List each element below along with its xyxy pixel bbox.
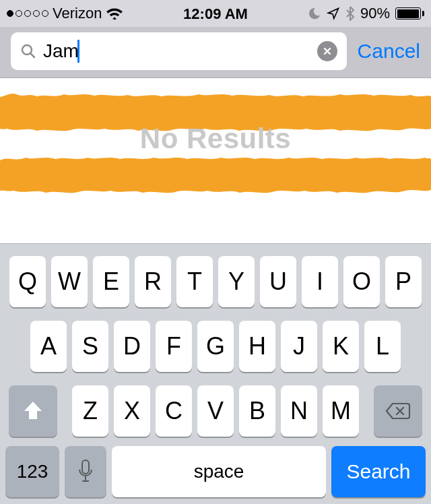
key-d[interactable]: D [114, 321, 150, 372]
key-s[interactable]: S [72, 321, 108, 372]
symbols-key[interactable]: 123 [5, 446, 59, 497]
key-n[interactable]: N [281, 385, 317, 437]
clear-search-button[interactable] [317, 41, 337, 61]
carrier-label: Verizon [53, 5, 102, 22]
status-right: 90% [308, 5, 424, 22]
key-h[interactable]: H [239, 321, 275, 372]
key-j[interactable]: J [281, 321, 317, 372]
key-w[interactable]: W [51, 256, 88, 307]
key-r[interactable]: R [135, 256, 171, 307]
signal-dot [7, 10, 13, 17]
signal-dot [42, 10, 48, 17]
search-action-key[interactable]: Search [331, 446, 426, 497]
text-cursor [77, 40, 79, 63]
svg-line-1 [30, 53, 34, 57]
status-bar: Verizon 12:09 AM 90% [0, 0, 431, 27]
key-a[interactable]: A [30, 321, 67, 372]
key-e[interactable]: E [93, 256, 129, 307]
svg-rect-2 [82, 460, 89, 474]
do-not-disturb-icon [308, 7, 321, 20]
location-icon [327, 7, 340, 20]
results-area: No Results [0, 78, 431, 243]
key-g[interactable]: G [197, 321, 234, 372]
dictation-key[interactable] [65, 446, 106, 497]
bluetooth-icon [345, 6, 355, 21]
no-results-label: No Results [0, 123, 431, 155]
key-v[interactable]: V [197, 385, 234, 437]
keyboard-row-1: QWERTYUIOP [5, 256, 426, 307]
backspace-key[interactable] [374, 385, 422, 437]
battery-percent: 90% [360, 5, 390, 22]
space-key[interactable]: space [112, 446, 326, 497]
search-bar: Jam Cancel [0, 27, 431, 78]
shift-key[interactable] [9, 385, 57, 437]
signal-dot [24, 10, 31, 17]
keyboard: QWERTYUIOP ASDFGHJKL ZXCVBNM 123 space S… [0, 243, 431, 504]
waveform-decoration [0, 152, 431, 197]
key-x[interactable]: X [114, 385, 150, 437]
search-field[interactable]: Jam [11, 32, 347, 70]
key-u[interactable]: U [260, 256, 296, 307]
key-m[interactable]: M [323, 385, 359, 437]
search-icon [20, 43, 36, 59]
status-left: Verizon [7, 5, 123, 22]
signal-dot [33, 10, 40, 17]
wifi-icon [106, 7, 123, 20]
key-c[interactable]: C [156, 385, 192, 437]
search-input[interactable]: Jam [43, 40, 79, 62]
key-y[interactable]: Y [218, 256, 255, 307]
clock: 12:09 AM [183, 5, 248, 23]
key-z[interactable]: Z [72, 385, 108, 437]
key-o[interactable]: O [343, 256, 380, 307]
keyboard-row-3: ZXCVBNM [5, 385, 426, 437]
signal-dots [7, 10, 48, 17]
key-k[interactable]: K [323, 321, 359, 372]
key-p[interactable]: P [385, 256, 422, 307]
key-q[interactable]: Q [9, 256, 46, 307]
key-i[interactable]: I [302, 256, 338, 307]
cancel-button[interactable]: Cancel [358, 40, 420, 63]
keyboard-row-bottom: 123 space Search [5, 446, 426, 497]
key-b[interactable]: B [239, 385, 275, 437]
key-t[interactable]: T [176, 256, 213, 307]
battery-icon [395, 7, 424, 20]
key-l[interactable]: L [364, 321, 401, 372]
keyboard-row-2: ASDFGHJKL [5, 321, 426, 372]
signal-dot [15, 10, 22, 17]
key-f[interactable]: F [156, 321, 192, 372]
